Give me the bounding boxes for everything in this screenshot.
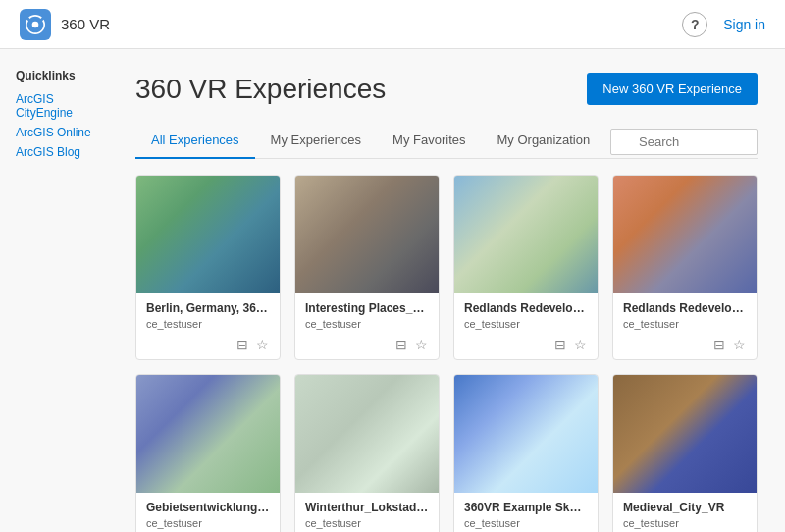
tab-my-experiences[interactable]: My Experiences (255, 125, 377, 159)
layout-container: Quicklinks ArcGIS CityEngine ArcGIS Onli… (0, 49, 785, 532)
signin-button[interactable]: Sign in (723, 17, 765, 32)
card-thumbnail (136, 176, 280, 293)
card-user: ce_testuser (623, 318, 747, 330)
card-title: Winterthur_Lokstadt_v1 c... (305, 501, 429, 514)
card-actions: ⊟ ☆ (305, 336, 429, 353)
card-body: Winterthur_Lokstadt_v1 c... ce_testuser … (295, 493, 439, 532)
svg-point-0 (32, 21, 39, 27)
tab-my-organization[interactable]: My Organization (482, 125, 606, 159)
card-user: ce_testuser (305, 318, 429, 330)
logo-svg (26, 15, 45, 34)
card-title: Redlands Redevelopment ... (464, 301, 588, 315)
card-preview-button[interactable]: ⊟ (236, 336, 249, 353)
card-title: Berlin, Germany, 360 VR E... (146, 301, 270, 315)
help-button[interactable]: ? (682, 12, 707, 37)
card-actions: ⊟ ☆ (464, 336, 588, 353)
card-title: Medieval_City_VR (623, 501, 747, 514)
header-left: 360 VR (20, 9, 110, 40)
sidebar-link-blog[interactable]: ArcGIS Blog (16, 145, 92, 159)
header: 360 VR ? Sign in (0, 0, 785, 49)
search-input[interactable] (610, 129, 758, 155)
card-thumbnail (613, 176, 757, 293)
card-gebiet[interactable]: Gebietsentwicklung_Man... ce_testuser ⊟ … (135, 374, 281, 532)
card-user: ce_testuser (623, 517, 747, 529)
card-user: ce_testuser (464, 318, 588, 330)
tab-my-favorites[interactable]: My Favorites (377, 125, 481, 159)
sidebar-link-cityengine[interactable]: ArcGIS CityEngine (16, 92, 92, 120)
card-body: Medieval_City_VR ce_testuser ⊟ ☆ (613, 493, 757, 532)
new-experience-button[interactable]: New 360 VR Experience (587, 73, 758, 105)
card-winterthur[interactable]: Winterthur_Lokstadt_v1 c... ce_testuser … (294, 374, 440, 532)
page-header: 360 VR Experiences New 360 VR Experience (135, 73, 758, 105)
card-title: Interesting Places_360VR js (305, 301, 429, 315)
card-body: Redlands Redevelopment ce_testuser ⊟ ☆ (613, 293, 757, 359)
card-body: Redlands Redevelopment ... ce_testuser ⊟… (454, 293, 598, 359)
card-thumbnail (454, 176, 598, 293)
card-preview-button[interactable]: ⊟ (553, 336, 567, 353)
card-thumbnail (136, 375, 280, 493)
card-favorite-button[interactable]: ☆ (732, 336, 747, 353)
header-right: ? Sign in (682, 12, 765, 37)
card-body: Berlin, Germany, 360 VR E... ce_testuser… (136, 293, 280, 359)
card-user: ce_testuser (146, 517, 270, 529)
card-user: ce_testuser (305, 517, 429, 529)
card-body: Interesting Places_360VR js ce_testuser … (295, 293, 439, 359)
card-redlands2[interactable]: Redlands Redevelopment ce_testuser ⊟ ☆ (612, 175, 758, 360)
search-wrap: 🔍 (610, 129, 758, 155)
card-actions: ⊟ ☆ (623, 336, 747, 353)
card-body: Gebietsentwicklung_Man... ce_testuser ⊟ … (136, 493, 280, 532)
card-title: Gebietsentwicklung_Man... (146, 501, 270, 514)
card-user: ce_testuser (464, 517, 588, 529)
card-preview-button[interactable]: ⊟ (394, 336, 408, 353)
card-thumbnail (295, 375, 439, 493)
card-thumbnail (454, 375, 598, 493)
card-redlands1[interactable]: Redlands Redevelopment ... ce_testuser ⊟… (453, 175, 599, 360)
card-thumbnail (613, 375, 757, 493)
card-medieval[interactable]: Medieval_City_VR ce_testuser ⊟ ☆ (612, 374, 758, 532)
card-favorite-button[interactable]: ☆ (255, 336, 270, 353)
card-body: 360VR Example Skybridge... ce_testuser ⊟… (454, 493, 598, 532)
card-skybridge[interactable]: 360VR Example Skybridge... ce_testuser ⊟… (453, 374, 599, 532)
app-title: 360 VR (61, 16, 110, 32)
card-title: Redlands Redevelopment (623, 301, 747, 315)
tab-all-experiences[interactable]: All Experiences (135, 125, 255, 159)
card-title: 360VR Example Skybridge... (464, 501, 588, 514)
page-title: 360 VR Experiences (135, 74, 386, 105)
main-content: 360 VR Experiences New 360 VR Experience… (108, 49, 785, 532)
tabs-bar: All Experiences My Experiences My Favori… (135, 125, 758, 159)
card-berlin[interactable]: Berlin, Germany, 360 VR E... ce_testuser… (135, 175, 281, 360)
sidebar: Quicklinks ArcGIS CityEngine ArcGIS Onli… (0, 49, 108, 532)
card-preview-button[interactable]: ⊟ (712, 336, 726, 353)
card-user: ce_testuser (146, 318, 270, 330)
cards-grid: Berlin, Germany, 360 VR E... ce_testuser… (135, 175, 758, 532)
card-interesting[interactable]: Interesting Places_360VR js ce_testuser … (294, 175, 440, 360)
sidebar-link-online[interactable]: ArcGIS Online (16, 126, 92, 139)
search-container: 🔍 (610, 129, 758, 155)
card-favorite-button[interactable]: ☆ (573, 336, 588, 353)
sidebar-quicklinks-title: Quicklinks (16, 69, 92, 82)
card-thumbnail (295, 176, 439, 293)
card-actions: ⊟ ☆ (146, 336, 270, 353)
card-favorite-button[interactable]: ☆ (414, 336, 429, 353)
app-logo (20, 9, 51, 40)
